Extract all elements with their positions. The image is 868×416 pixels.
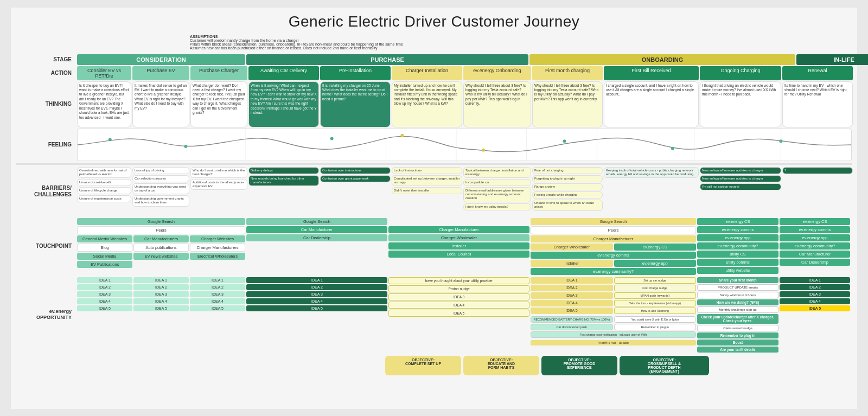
thinking-card-0: Is it cheaper to buy an EV? I want to ma… <box>77 81 131 127</box>
barrier-4-0: Confusion over instructions <box>320 167 391 174</box>
objectives-section: OBJECTIVE: COMPLETE SET UP OBJECTIVE: ED… <box>16 356 852 375</box>
barrier-4-1: Confusion over grant paperwork <box>320 175 391 182</box>
stage-content: CONSIDERATION PURCHASE ONBOARDING IN-LIF… <box>77 54 868 65</box>
tp-general-media: General Media Websites <box>77 235 132 242</box>
tp-ev-app-onboard: ev.energy app <box>614 260 697 267</box>
opp-ob-idea1-2: Set up car nudge <box>614 277 697 284</box>
feeling-chart <box>77 129 852 161</box>
tp-auto-pubs: Auto publications <box>133 244 189 252</box>
thinking-card-1: It makes financial sense to get an EV. I… <box>132 81 189 127</box>
opp-il-sunny: Sunny window in 3 hours <box>697 292 778 298</box>
svg-point-5 <box>563 139 566 143</box>
barrier-5-0: Lack of instructions <box>392 167 462 174</box>
barrier-col-8: Keeping track of total vehicle costs - p… <box>604 167 699 216</box>
action-charger-install: Charger Installation <box>392 66 462 80</box>
opp-purchase1: IDEA 1 IDEA 2 IDEA 3 IDEA 4 IDEA 5 <box>246 277 387 353</box>
tp-renewal: ev.energy CS ev.energy comms ev.energy a… <box>780 218 850 275</box>
tp-car-manufacturers: Car Manufacturers <box>133 235 189 242</box>
stage-purchase: PURCHASE <box>246 54 528 65</box>
barrier-col-9: New software/firmware updates to charger… <box>700 167 781 216</box>
opp-p1-idea3: IDEA 3 <box>246 291 387 297</box>
opp-p2-idea2: Proton nudge <box>388 285 529 292</box>
barrier-1-2: Understanding everything you need on top… <box>132 183 189 194</box>
opp-il-tariff: Are your tariff details <box>697 347 778 353</box>
touchpoint-label: TOUCHPOINT <box>16 218 76 275</box>
tp-ev-comms-renewal: ev.energy comms <box>780 226 850 233</box>
opp-p2-idea5: IDEA 5 <box>388 310 529 317</box>
tp-utility-comms-inlife: utility comms <box>697 259 778 266</box>
barrier-0-1: Unsure of cost-benefit <box>77 179 131 186</box>
opp-ob-reco4: Remember to plug in <box>614 324 697 330</box>
opp-p1-idea1: IDEA 1 <box>246 277 387 283</box>
stage-inlife: IN-LIFE <box>796 54 868 65</box>
tp-charger-websites: Charger Websites <box>190 235 245 242</box>
opp-ob-reco1: RECOMMENDED BATTERY CHARGING (75% vs 100… <box>531 316 613 323</box>
barriers-label: BARRIERS/ CHALLENGES <box>16 167 76 216</box>
barrier-col-6: Typical between charger installation and… <box>463 167 531 216</box>
svg-point-0 <box>108 138 112 141</box>
assumption-line-2: Pillars within block areas (consideratio… <box>190 42 403 46</box>
barrier-5-1: Complicated set up between charger, inst… <box>392 175 462 186</box>
opp-ob-reco2: You could save X with E.On or Igloo <box>614 316 697 323</box>
action-label: ACTION <box>16 66 76 80</box>
barrier-col-2: Who do I trust to tell me which is the b… <box>190 167 247 216</box>
action-ongoing: Ongoing Charging <box>700 66 781 80</box>
tp-ev-app-inlife: ev.energy app <box>697 234 778 241</box>
opp-il-plug: Remember to plug in <box>697 332 778 338</box>
opp-c3-idea4: IDEA 4 <box>190 298 245 304</box>
tp-car-mfr-purchase: Car Manufacturer <box>246 226 387 233</box>
opp-onboarding: IDEA 1 Set up car nudge IDEA 2 First cha… <box>531 277 696 353</box>
thinking-card-3: When is it arriving! What can I expect f… <box>248 81 319 127</box>
tp-charger-wholesale-onboard: Charger Wholesaler <box>531 244 613 251</box>
opp-c2-idea5: IDEA 5 <box>133 305 189 311</box>
tp-peers-onboard: Peers <box>531 226 696 234</box>
stage-onboarding: ONBOARDING <box>529 54 795 65</box>
barrier-9-1: New software/firmware updates to charger <box>700 175 781 182</box>
tp-purchase1: Google Search Car Manufacturer Car Deale… <box>246 218 387 275</box>
barrier-7-2: Range anxiety <box>532 183 603 190</box>
barrier-2-0: Who do I trust to tell me which is the b… <box>190 167 247 178</box>
tp-local-council: Local Council <box>388 251 529 258</box>
tp-peers-consider: Peers <box>77 226 245 234</box>
barrier-0-3: Unsure of maintenance costs <box>77 195 131 202</box>
barrier-9-0: New software/firmware updates to charger <box>700 167 781 174</box>
obj-cross-upsell: OBJECTIVE: CROSS/UPSELL & PRODUCT DEPTH … <box>620 356 709 375</box>
assumptions-heading: ASSUMPTIONS <box>190 35 218 39</box>
tp-installer-purchase: Installer <box>388 242 529 249</box>
barrier-col-5: Lack of instructions Complicated set up … <box>392 167 462 216</box>
svg-point-2 <box>330 137 334 140</box>
tp-social-media: Social Media <box>77 253 132 260</box>
action-purchase-ev: Purchase EV <box>132 66 189 80</box>
opp-inlife: Share your first month PRODUCT UPDATE em… <box>697 277 778 353</box>
svg-point-3 <box>400 133 404 137</box>
barrier-5-2: Didn't meet their installer <box>392 187 462 194</box>
opp-ob-idea2-2: First charge nudge <box>614 285 697 291</box>
opp-r-idea2: IDEA 2 <box>780 284 850 290</box>
svg-point-1 <box>184 145 187 148</box>
assumption-line-1: Customer will predominantly charge from … <box>190 39 299 42</box>
tp-google-purchase1: Google Search <box>246 218 387 225</box>
barrier-col-0: Overwhelmed with new format of petrol/di… <box>77 167 131 216</box>
barrier-col-4: Confusion over instructions Confusion ov… <box>320 167 391 216</box>
opp-c2-idea3: IDEA 3 <box>133 291 189 297</box>
tp-ev-community-inlife: ev.energy community? <box>697 242 778 249</box>
opp-il-claim: Claim reward nudge <box>697 325 778 331</box>
opp-c2-idea4: IDEA 4 <box>133 298 189 304</box>
tp-ev-publications: EV Publications <box>77 261 132 268</box>
obj-promote: OBJECTIVE: PROMOTE GOOD EXPERIENCE <box>541 356 617 375</box>
action-awaiting: Awaiting Car Delivery <box>248 66 319 80</box>
opportunity-content: IDEA 1 IDEA 1 IDEA 1 IDEA 2 IDEA 2 IDEA … <box>77 277 852 353</box>
barriers-content: Overwhelmed with new format of petrol/di… <box>77 167 853 216</box>
barrier-7-0: Fear of not charging <box>532 167 603 174</box>
opp-c1-idea3: IDEA 3 <box>77 291 132 297</box>
opp-c2-idea2: IDEA 2 <box>133 284 189 290</box>
opp-purchase2: have you thought about your utility prov… <box>388 277 529 353</box>
thinking-content: Is it cheaper to buy an EV? I want to ma… <box>77 81 853 127</box>
tp-charger-mfr: Charger Manufacturers <box>190 244 245 252</box>
barrier-7-4: Unsure of who to speak to when an issue … <box>532 200 603 210</box>
tp-google-onboard: Google Search <box>531 218 696 225</box>
touchpoint-content: Google Search Peers General Media Websit… <box>77 218 852 275</box>
tp-utility-cs-inlife: utility CS <box>697 251 778 258</box>
obj-complete-setup: OBJECTIVE: COMPLETE SET UP <box>385 356 461 375</box>
barrier-3-1: New models being launched by other manuf… <box>248 175 319 186</box>
